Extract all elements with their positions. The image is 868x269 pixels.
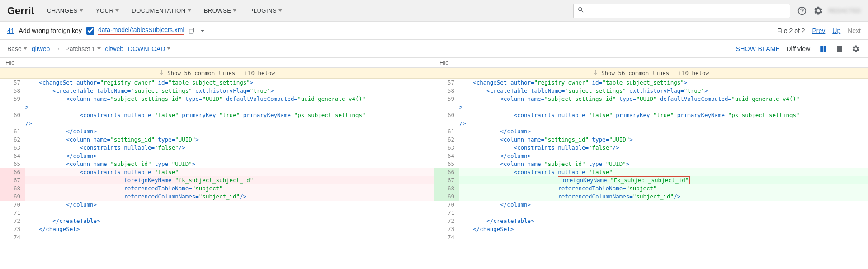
user-name[interactable]: REDACTED [828,7,861,14]
code-line-left[interactable]: 60 <constraints nullable="false" primary… [0,111,434,119]
line-number[interactable]: 70 [0,201,25,209]
line-number[interactable]: 61 [0,127,25,136]
gitweb-base-link[interactable]: gitweb [32,45,50,52]
code-line-right[interactable]: 63 <constraints nullable="false"/> [434,144,868,152]
code-line-left[interactable]: 62 <column name="settings_id" type="UUID… [0,136,434,144]
up-link[interactable]: Up [832,27,840,34]
line-number[interactable] [0,119,25,127]
code-line-right[interactable]: 60 <constraints nullable="false" primary… [434,111,868,119]
change-number-link[interactable]: 41 [7,27,14,34]
code-line-right[interactable]: 69 referencedColumnNames="subject_id"/> [434,193,868,201]
code-line-left[interactable]: > [0,103,434,111]
line-number[interactable]: 73 [434,225,459,233]
line-number[interactable]: 59 [0,95,25,103]
code-line-right[interactable]: 74 [434,233,868,241]
code-line-left[interactable]: 63 <constraints nullable="false"/> [0,144,434,152]
line-number[interactable]: 69 [0,193,25,201]
file-dropdown-icon[interactable] [199,27,206,34]
side-by-side-view-icon[interactable] [818,44,828,53]
prev-file-link[interactable]: Prev [812,27,826,34]
copy-path-icon[interactable] [188,27,195,34]
code-line-right[interactable]: 64 </column> [434,152,868,160]
line-number[interactable]: 60 [434,111,459,119]
nav-item-your[interactable]: YOUR [96,7,119,14]
line-number[interactable]: 74 [0,233,25,241]
line-number[interactable]: 72 [0,217,25,225]
line-number[interactable] [434,103,459,111]
line-number[interactable]: 72 [434,217,459,225]
line-number[interactable]: 65 [0,160,25,168]
code-line-left[interactable]: 68 referencedTableName="subject" [0,184,434,193]
line-number[interactable] [434,119,459,127]
line-number[interactable]: 65 [434,160,459,168]
code-line-left[interactable]: 64 </column> [0,152,434,160]
show-blame-button[interactable]: SHOW BLAME [736,45,780,52]
code-line-right[interactable]: 68 referencedTableName="subject" [434,184,868,193]
code-line-right[interactable]: 67 foreignKeyName="Fk_subject_subject_id… [434,176,868,184]
plus-below-right[interactable]: +10 below [678,70,709,76]
code-line-left[interactable]: 73 </changeSet> [0,225,434,233]
line-number[interactable]: 71 [0,209,25,217]
line-number[interactable]: 70 [434,201,459,209]
nav-item-documentation[interactable]: DOCUMENTATION [132,7,191,14]
line-number[interactable]: 58 [434,87,459,95]
code-line-left[interactable]: 69 referencedColumnNames="subject_id"/> [0,193,434,201]
unified-view-icon[interactable] [835,44,844,53]
code-line-left[interactable]: 74 [0,233,434,241]
line-number[interactable]: 62 [0,136,25,144]
brand-logo[interactable]: Gerrit [7,5,34,17]
line-number[interactable]: 62 [434,136,459,144]
line-number[interactable]: 61 [434,127,459,136]
line-number[interactable]: 67 [0,176,25,184]
code-line-left[interactable]: 72 </createTable> [0,217,434,225]
show-common-lines-left[interactable]: Show 56 common lines [167,70,236,76]
search-box[interactable] [573,4,790,18]
code-line-right[interactable]: 73 </changeSet> [434,225,868,233]
search-input[interactable] [587,7,786,14]
code-line-right[interactable]: 72 </createTable> [434,217,868,225]
code-line-right[interactable]: > [434,103,868,111]
gitweb-target-link[interactable]: gitweb [105,45,123,52]
nav-item-changes[interactable]: CHANGES [47,7,83,14]
code-line-right[interactable]: 62 <column name="settings_id" type="UUID… [434,136,868,144]
help-icon[interactable] [794,3,810,19]
download-dropdown[interactable]: DOWNLOAD [128,45,170,52]
code-line-left[interactable]: 71 [0,209,434,217]
line-number[interactable]: 64 [0,152,25,160]
nav-item-browse[interactable]: BROWSE [204,7,237,14]
code-line-right[interactable]: 58 <createTable tableName="subject_setti… [434,87,868,95]
line-number[interactable]: 66 [0,168,25,176]
code-line-right[interactable]: 59 <column name="subject_settings_id" ty… [434,95,868,103]
line-number[interactable]: 67 [434,176,459,184]
line-number[interactable]: 57 [434,79,459,87]
code-line-left[interactable]: 58 <createTable tableName="subject_setti… [0,87,434,95]
target-patchset-dropdown[interactable]: Patchset 1 [65,45,100,52]
line-number[interactable]: 58 [0,87,25,95]
line-number[interactable]: 73 [0,225,25,233]
line-number[interactable]: 57 [0,79,25,87]
code-line-left[interactable]: 66 <constraints nullable="false" [0,168,434,176]
common-lines-banner[interactable]: Show 56 common lines +10 below Show 56 c… [0,68,868,79]
code-line-right[interactable]: 65 <column name="subject_id" type="UUID"… [434,160,868,168]
plus-below-left[interactable]: +10 below [244,70,275,76]
line-number[interactable]: 64 [434,152,459,160]
line-number[interactable]: 63 [0,144,25,152]
show-common-lines-right[interactable]: Show 56 common lines [601,70,670,76]
base-patchset-dropdown[interactable]: Base [7,45,27,52]
line-number[interactable]: 68 [434,184,459,193]
diff-settings-gear-icon[interactable] [851,44,861,53]
code-line-left[interactable]: 61 </column> [0,127,434,136]
line-number[interactable]: 66 [434,168,459,176]
file-path-link[interactable]: data-model/tablesSubjects.xml [98,26,184,35]
code-line-left[interactable]: 65 <column name="subject_id" type="UUID"… [0,160,434,168]
code-line-right[interactable]: 57 <changeSet author="registry owner" id… [434,79,868,87]
code-line-right[interactable]: 71 [434,209,868,217]
line-number[interactable]: 68 [0,184,25,193]
line-number[interactable]: 59 [434,95,459,103]
line-number[interactable]: 60 [0,111,25,119]
line-number[interactable]: 63 [434,144,459,152]
gear-icon[interactable] [810,3,826,19]
code-line-right[interactable]: 61 </column> [434,127,868,136]
code-line-right[interactable]: /> [434,119,868,127]
code-line-left[interactable]: 67 foreignKeyName="fk_subject_subject_id… [0,176,434,184]
